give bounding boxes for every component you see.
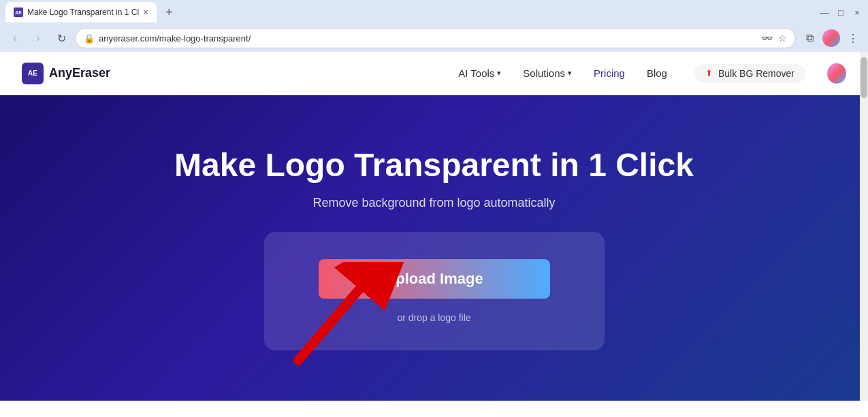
hero-subtitle: Remove background from logo automaticall… <box>312 196 555 210</box>
new-tab-button[interactable]: + <box>159 3 178 22</box>
extensions-icon[interactable]: ⧉ <box>800 29 819 48</box>
back-button[interactable]: ‹ <box>5 29 25 48</box>
hero-section: Make Logo Transparent in 1 Click Remove … <box>0 95 868 401</box>
scrollbar-track[interactable] <box>860 52 868 401</box>
ai-tools-chevron: ▾ <box>497 69 501 78</box>
svg-line-1 <box>298 289 359 361</box>
menu-button[interactable]: ⋮ <box>843 29 863 48</box>
upload-icon: ⬆ <box>705 68 713 78</box>
browser-titlebar: AE Make Logo Transparent in 1 Cl × + — □… <box>0 0 868 24</box>
pricing-label: Pricing <box>594 67 625 79</box>
window-controls: — □ × <box>819 7 863 18</box>
arrow-pointer <box>278 262 414 373</box>
address-bar[interactable]: 🔒 anyeraser.com/make-logo-transparent/ 👓… <box>75 28 796 48</box>
nav-blog[interactable]: Blog <box>647 67 667 79</box>
reload-button[interactable]: ↻ <box>52 29 71 48</box>
tab-title: Make Logo Transparent in 1 Cl <box>27 7 139 17</box>
url-text: anyeraser.com/make-logo-transparent/ <box>99 33 757 44</box>
address-bar-icons: 👓 ☆ <box>761 33 787 44</box>
hero-title: Make Logo Transparent in 1 Click <box>174 146 694 185</box>
nav-links: AI Tools ▾ Solutions ▾ Pricing Blog ⬆ Bu… <box>458 64 846 83</box>
browser-chrome: AE Make Logo Transparent in 1 Cl × + — □… <box>0 0 868 52</box>
profile-avatar[interactable] <box>822 29 841 48</box>
ai-tools-label: AI Tools <box>458 67 494 79</box>
scrollbar-thumb[interactable] <box>861 57 867 98</box>
eyeglasses-icon: 👓 <box>761 33 773 44</box>
brand-name: AnyEraser <box>49 66 110 80</box>
tab-favicon: AE <box>14 7 23 17</box>
solutions-chevron: ▾ <box>568 69 572 78</box>
navbar: AE AnyEraser AI Tools ▾ Solutions ▾ Pric… <box>0 52 868 95</box>
lock-icon: 🔒 <box>84 33 95 44</box>
tab-close-button[interactable]: × <box>143 7 148 17</box>
forward-button[interactable]: › <box>29 29 48 48</box>
toolbar-action-icons: ⧉ ⋮ <box>800 29 863 48</box>
bulk-bg-label: Bulk BG Remover <box>718 68 794 79</box>
browser-toolbar: ‹ › ↻ 🔒 anyeraser.com/make-logo-transpar… <box>0 24 868 52</box>
red-arrow-svg <box>278 262 414 371</box>
maximize-button[interactable]: □ <box>835 7 846 18</box>
page-content: AE AnyEraser AI Tools ▾ Solutions ▾ Pric… <box>0 52 868 401</box>
nav-pricing[interactable]: Pricing <box>594 67 625 79</box>
logo-badge: AE <box>22 63 44 84</box>
user-avatar <box>822 29 840 47</box>
nav-ai-tools[interactable]: AI Tools ▾ <box>458 67 501 79</box>
browser-tab[interactable]: AE Make Logo Transparent in 1 Cl × <box>5 2 157 22</box>
minimize-button[interactable]: — <box>819 7 830 18</box>
solutions-label: Solutions <box>523 67 565 79</box>
bookmark-icon[interactable]: ☆ <box>778 33 787 44</box>
logo-area[interactable]: AE AnyEraser <box>22 63 110 84</box>
close-window-button[interactable]: × <box>852 7 863 18</box>
bulk-bg-remover-button[interactable]: ⬆ Bulk BG Remover <box>694 64 805 83</box>
blog-label: Blog <box>647 67 667 79</box>
user-avatar-nav <box>827 63 846 84</box>
nav-solutions[interactable]: Solutions ▾ <box>523 67 572 79</box>
user-profile-button[interactable] <box>827 64 846 83</box>
